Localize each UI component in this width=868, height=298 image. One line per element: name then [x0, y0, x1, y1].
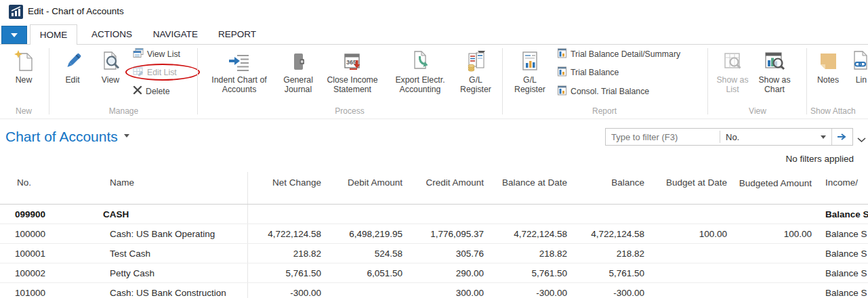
gl-register-process-button[interactable]: G/L Register: [454, 47, 497, 94]
cell-balance[interactable]: 4,722,124.58: [570, 224, 644, 244]
cell-debit[interactable]: 524.58: [328, 244, 402, 263]
group-label-view: View: [710, 106, 805, 116]
cell-income-balance[interactable]: Balance S: [825, 205, 868, 224]
cell-income-balance[interactable]: Balance S: [825, 244, 868, 263]
cell-name[interactable]: CASH: [103, 205, 239, 224]
cell-no[interactable]: 100001: [15, 244, 79, 263]
cell-net-change[interactable]: 5,761.50: [247, 263, 321, 283]
cell-income-balance[interactable]: Balance S: [825, 263, 868, 283]
tab-home[interactable]: HOME: [30, 24, 77, 45]
col-header-budgeted-amount[interactable]: Budgeted Amount: [730, 177, 812, 189]
cell-balance-at-date[interactable]: 5,761.50: [486, 263, 567, 283]
cell-net-change[interactable]: -300.00: [247, 283, 321, 298]
consol-trial-balance-button[interactable]: Consol. Trial Balance: [557, 84, 649, 98]
group-label-new: New: [5, 106, 42, 116]
col-header-credit-amount[interactable]: Credit Amount: [409, 177, 484, 188]
gl-register-report-button[interactable]: G/L Register: [508, 47, 552, 94]
filter-status: No filters applied: [785, 154, 854, 164]
ribbon-divider: [197, 48, 198, 114]
cell-debit[interactable]: 6,498,219.95: [328, 224, 402, 244]
close-income-statement-label: Close Income Statement: [320, 75, 385, 94]
cell-balance-at-date[interactable]: 218.82: [486, 244, 567, 263]
page-title-text: Chart of Accounts: [5, 129, 118, 144]
report-doc-icon: [557, 66, 567, 79]
cell-name[interactable]: Petty Cash: [110, 263, 245, 283]
ribbon-divider: [707, 48, 708, 114]
cell-name[interactable]: Cash: US Bank Operating: [110, 224, 245, 244]
indent-chart-button[interactable]: Indent Chart of Accounts: [203, 47, 275, 94]
cell-name[interactable]: Test Cash: [110, 244, 245, 263]
col-header-budget-at-date[interactable]: Budget at Date: [653, 177, 727, 188]
edit-button[interactable]: Edit: [57, 47, 88, 85]
collapse-pane-chevron-icon[interactable]: [857, 133, 866, 146]
trial-balance-button[interactable]: Trial Balance: [557, 65, 619, 79]
accounts-table: No. Name Net Change Debit Amount Credit …: [0, 172, 868, 298]
cell-net-change[interactable]: 218.82: [247, 244, 321, 263]
general-journal-button[interactable]: General Journal: [278, 47, 318, 94]
links-button[interactable]: Lin: [844, 47, 868, 85]
trial-balance-label: Trial Balance: [571, 68, 619, 77]
table-row[interactable]: 100002 Petty Cash 5,761.50 6,051.50 290.…: [0, 263, 868, 283]
cell-no[interactable]: 099900: [15, 205, 79, 224]
notes-sticky-icon: [817, 47, 839, 72]
cell-budgeted-amount[interactable]: 100.00: [730, 224, 812, 244]
show-as-list-label: Show as List: [713, 75, 752, 94]
cell-credit[interactable]: 290.00: [409, 263, 484, 283]
view-list-label: View List: [147, 49, 180, 59]
cell-credit[interactable]: 1,776,095.37: [409, 224, 484, 244]
table-row[interactable]: 100001 Test Cash 218.82 524.58 305.76 21…: [0, 244, 868, 263]
cell-balance-at-date[interactable]: -300.00: [486, 283, 567, 298]
tab-report[interactable]: REPORT: [207, 24, 267, 45]
report-doc-icon: [557, 85, 567, 98]
cell-name[interactable]: Cash: US Bank Construction: [110, 283, 245, 298]
export-electr-accounting-button[interactable]: Export Electr. Accounting: [388, 47, 453, 94]
show-as-list-button[interactable]: Show as List: [713, 47, 752, 94]
table-row[interactable]: 100000 Cash: US Bank Operating 4,722,124…: [0, 224, 868, 244]
gl-register-report-label: G/L Register: [508, 75, 552, 94]
delete-label: Delete: [146, 87, 170, 96]
page-title[interactable]: Chart of Accounts: [5, 129, 129, 145]
cell-no[interactable]: 100002: [15, 263, 79, 283]
cell-credit[interactable]: 300.00: [409, 283, 484, 298]
cell-net-change[interactable]: 4,722,124.58: [247, 224, 321, 244]
cell-credit[interactable]: 305.76: [409, 244, 484, 263]
show-as-chart-button[interactable]: Show as Chart: [753, 47, 795, 94]
tab-actions[interactable]: ACTIONS: [80, 24, 144, 45]
cell-budget-at-date[interactable]: 100.00: [653, 224, 727, 244]
view-list-button[interactable]: View List: [133, 47, 180, 61]
table-row[interactable]: 099900 CASH Balance S: [0, 205, 868, 224]
cell-no[interactable]: 101000: [15, 283, 79, 298]
col-header-net-change[interactable]: Net Change: [247, 177, 321, 188]
table-row[interactable]: 101000 Cash: US Bank Construction -300.0…: [0, 283, 868, 298]
cell-income-balance[interactable]: Balance S: [825, 283, 868, 298]
col-header-income-balance[interactable]: Income/: [825, 177, 868, 188]
filter-column-select[interactable]: No.: [720, 132, 821, 142]
cell-balance[interactable]: 218.82: [570, 244, 644, 263]
links-chain-icon: [850, 47, 868, 72]
cell-debit[interactable]: 6,051.50: [328, 263, 402, 283]
tab-navigate[interactable]: NAVIGATE: [144, 24, 207, 45]
trial-balance-detail-summary-label: Trial Balance Detail/Summary: [571, 49, 680, 59]
notes-button[interactable]: Notes: [812, 47, 844, 85]
trial-balance-detail-summary-button[interactable]: Trial Balance Detail/Summary: [557, 47, 680, 61]
filter-input[interactable]: Type to filter (F3): [606, 132, 720, 142]
edit-list-button[interactable]: Edit List: [133, 65, 177, 79]
cell-income-balance[interactable]: Balance S: [825, 224, 868, 244]
view-button[interactable]: View: [94, 47, 127, 85]
cell-balance[interactable]: -300.00: [570, 283, 644, 298]
application-menu-button[interactable]: [1, 26, 27, 44]
close-income-statement-button[interactable]: 365 Close Income Statement: [320, 47, 385, 94]
apply-filter-button[interactable]: [831, 129, 852, 145]
cell-balance[interactable]: 5,761.50: [570, 263, 644, 283]
col-header-balance[interactable]: Balance: [570, 177, 644, 188]
col-header-no[interactable]: No.: [17, 177, 81, 188]
delete-button[interactable]: Delete: [133, 84, 170, 98]
col-header-debit-amount[interactable]: Debit Amount: [328, 177, 402, 188]
edit-pencil-icon: [62, 47, 83, 72]
cell-balance-at-date[interactable]: 4,722,124.58: [486, 224, 567, 244]
cell-no[interactable]: 100000: [15, 224, 79, 244]
col-header-name[interactable]: Name: [110, 177, 245, 188]
new-button[interactable]: New: [5, 47, 42, 85]
col-header-balance-at-date[interactable]: Balance at Date: [486, 177, 567, 188]
filter-column-caret-icon[interactable]: [821, 135, 826, 142]
